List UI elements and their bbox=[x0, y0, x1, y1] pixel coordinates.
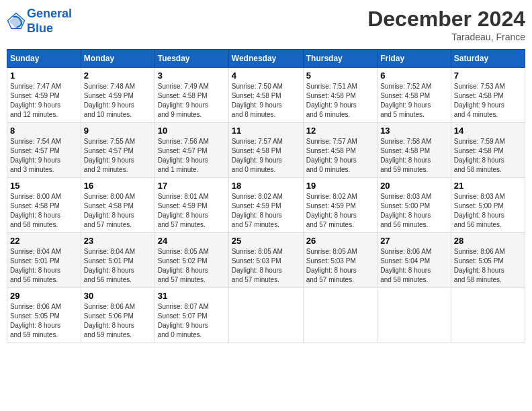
day-number: 11 bbox=[232, 126, 300, 136]
calendar-cell: 12Sunrise: 7:57 AM Sunset: 4:58 PM Dayli… bbox=[303, 123, 377, 178]
col-header-saturday: Saturday bbox=[451, 50, 525, 68]
calendar-cell: 20Sunrise: 8:03 AM Sunset: 5:00 PM Dayli… bbox=[378, 178, 451, 233]
day-number: 14 bbox=[454, 126, 522, 136]
calendar-cell: 24Sunrise: 8:05 AM Sunset: 5:02 PM Dayli… bbox=[154, 233, 228, 288]
logo: General Blue bbox=[7, 7, 72, 36]
calendar-cell: 10Sunrise: 7:56 AM Sunset: 4:57 PM Dayli… bbox=[154, 123, 228, 178]
month-title: December 2024 bbox=[367, 7, 525, 32]
cell-details: Sunrise: 8:06 AM Sunset: 5:04 PM Dayligh… bbox=[380, 247, 448, 285]
day-number: 22 bbox=[10, 236, 78, 246]
cell-details: Sunrise: 8:06 AM Sunset: 5:05 PM Dayligh… bbox=[454, 247, 522, 285]
day-number: 20 bbox=[380, 181, 448, 191]
day-number: 18 bbox=[232, 181, 300, 191]
day-number: 25 bbox=[232, 236, 300, 246]
calendar-cell: 31Sunrise: 8:07 AM Sunset: 5:07 PM Dayli… bbox=[154, 288, 228, 343]
calendar-cell: 11Sunrise: 7:57 AM Sunset: 4:58 PM Dayli… bbox=[228, 123, 303, 178]
calendar-cell: 17Sunrise: 8:01 AM Sunset: 4:59 PM Dayli… bbox=[154, 178, 228, 233]
calendar-cell: 22Sunrise: 8:04 AM Sunset: 5:01 PM Dayli… bbox=[7, 233, 81, 288]
day-number: 19 bbox=[306, 181, 374, 191]
cell-details: Sunrise: 8:01 AM Sunset: 4:59 PM Dayligh… bbox=[158, 192, 226, 230]
cell-details: Sunrise: 7:59 AM Sunset: 4:58 PM Dayligh… bbox=[454, 137, 522, 175]
day-number: 15 bbox=[10, 181, 78, 191]
cell-details: Sunrise: 8:03 AM Sunset: 5:00 PM Dayligh… bbox=[380, 192, 448, 230]
calendar-week-row: 22Sunrise: 8:04 AM Sunset: 5:01 PM Dayli… bbox=[7, 233, 525, 288]
cell-details: Sunrise: 8:04 AM Sunset: 5:01 PM Dayligh… bbox=[84, 247, 152, 285]
cell-details: Sunrise: 8:05 AM Sunset: 5:03 PM Dayligh… bbox=[306, 247, 374, 285]
col-header-thursday: Thursday bbox=[303, 50, 377, 68]
calendar-week-row: 8Sunrise: 7:54 AM Sunset: 4:57 PM Daylig… bbox=[7, 123, 525, 178]
calendar-cell: 15Sunrise: 8:00 AM Sunset: 4:58 PM Dayli… bbox=[7, 178, 81, 233]
day-number: 26 bbox=[306, 236, 374, 246]
cell-details: Sunrise: 7:50 AM Sunset: 4:58 PM Dayligh… bbox=[232, 82, 300, 120]
day-number: 31 bbox=[158, 291, 226, 301]
cell-details: Sunrise: 8:06 AM Sunset: 5:06 PM Dayligh… bbox=[84, 302, 152, 340]
calendar-cell: 1Sunrise: 7:47 AM Sunset: 4:59 PM Daylig… bbox=[7, 68, 81, 123]
calendar-cell: 16Sunrise: 8:00 AM Sunset: 4:58 PM Dayli… bbox=[81, 178, 154, 233]
calendar-cell: 25Sunrise: 8:05 AM Sunset: 5:03 PM Dayli… bbox=[228, 233, 303, 288]
calendar-cell: 14Sunrise: 7:59 AM Sunset: 4:58 PM Dayli… bbox=[451, 123, 525, 178]
day-number: 5 bbox=[306, 71, 374, 81]
calendar-week-row: 29Sunrise: 8:06 AM Sunset: 5:05 PM Dayli… bbox=[7, 288, 525, 343]
cell-details: Sunrise: 7:48 AM Sunset: 4:59 PM Dayligh… bbox=[84, 82, 152, 120]
page-header: General Blue December 2024 Taradeau, Fra… bbox=[7, 7, 525, 42]
day-number: 21 bbox=[454, 181, 522, 191]
day-number: 27 bbox=[380, 236, 448, 246]
calendar-cell: 9Sunrise: 7:55 AM Sunset: 4:57 PM Daylig… bbox=[81, 123, 154, 178]
calendar-cell: 6Sunrise: 7:52 AM Sunset: 4:58 PM Daylig… bbox=[378, 68, 451, 123]
calendar-header-row: SundayMondayTuesdayWednesdayThursdayFrid… bbox=[7, 50, 525, 68]
day-number: 23 bbox=[84, 236, 152, 246]
calendar-cell: 26Sunrise: 8:05 AM Sunset: 5:03 PM Dayli… bbox=[303, 233, 377, 288]
calendar-cell: 23Sunrise: 8:04 AM Sunset: 5:01 PM Dayli… bbox=[81, 233, 154, 288]
col-header-wednesday: Wednesday bbox=[228, 50, 303, 68]
cell-details: Sunrise: 8:00 AM Sunset: 4:58 PM Dayligh… bbox=[10, 192, 78, 230]
calendar-week-row: 1Sunrise: 7:47 AM Sunset: 4:59 PM Daylig… bbox=[7, 68, 525, 123]
calendar-cell: 7Sunrise: 7:53 AM Sunset: 4:58 PM Daylig… bbox=[451, 68, 525, 123]
day-number: 4 bbox=[232, 71, 300, 81]
day-number: 9 bbox=[84, 126, 152, 136]
day-number: 29 bbox=[10, 291, 78, 301]
col-header-friday: Friday bbox=[378, 50, 451, 68]
day-number: 6 bbox=[380, 71, 448, 81]
day-number: 10 bbox=[158, 126, 226, 136]
day-number: 12 bbox=[306, 126, 374, 136]
day-number: 17 bbox=[158, 181, 226, 191]
calendar-cell bbox=[228, 288, 303, 343]
cell-details: Sunrise: 7:54 AM Sunset: 4:57 PM Dayligh… bbox=[10, 137, 78, 175]
calendar-cell: 8Sunrise: 7:54 AM Sunset: 4:57 PM Daylig… bbox=[7, 123, 81, 178]
cell-details: Sunrise: 8:05 AM Sunset: 5:02 PM Dayligh… bbox=[158, 247, 226, 285]
logo-general: General bbox=[27, 7, 72, 20]
cell-details: Sunrise: 8:00 AM Sunset: 4:58 PM Dayligh… bbox=[84, 192, 152, 230]
calendar-week-row: 15Sunrise: 8:00 AM Sunset: 4:58 PM Dayli… bbox=[7, 178, 525, 233]
calendar-cell bbox=[378, 288, 451, 343]
cell-details: Sunrise: 8:06 AM Sunset: 5:05 PM Dayligh… bbox=[10, 302, 78, 340]
cell-details: Sunrise: 8:02 AM Sunset: 4:59 PM Dayligh… bbox=[306, 192, 374, 230]
calendar-cell: 5Sunrise: 7:51 AM Sunset: 4:58 PM Daylig… bbox=[303, 68, 377, 123]
calendar-cell: 21Sunrise: 8:03 AM Sunset: 5:00 PM Dayli… bbox=[451, 178, 525, 233]
day-number: 1 bbox=[10, 71, 78, 81]
calendar-cell: 18Sunrise: 8:02 AM Sunset: 4:59 PM Dayli… bbox=[228, 178, 303, 233]
cell-details: Sunrise: 8:03 AM Sunset: 5:00 PM Dayligh… bbox=[454, 192, 522, 230]
day-number: 8 bbox=[10, 126, 78, 136]
calendar-cell bbox=[303, 288, 377, 343]
calendar-cell: 19Sunrise: 8:02 AM Sunset: 4:59 PM Dayli… bbox=[303, 178, 377, 233]
calendar-cell bbox=[451, 288, 525, 343]
logo-icon bbox=[7, 12, 26, 31]
cell-details: Sunrise: 8:07 AM Sunset: 5:07 PM Dayligh… bbox=[158, 302, 226, 340]
cell-details: Sunrise: 7:47 AM Sunset: 4:59 PM Dayligh… bbox=[10, 82, 78, 120]
cell-details: Sunrise: 7:52 AM Sunset: 4:58 PM Dayligh… bbox=[380, 82, 448, 120]
day-number: 3 bbox=[158, 71, 226, 81]
title-block: December 2024 Taradeau, France bbox=[367, 7, 525, 42]
day-number: 24 bbox=[158, 236, 226, 246]
location: Taradeau, France bbox=[367, 32, 525, 42]
calendar-cell: 30Sunrise: 8:06 AM Sunset: 5:06 PM Dayli… bbox=[81, 288, 154, 343]
calendar-cell: 2Sunrise: 7:48 AM Sunset: 4:59 PM Daylig… bbox=[81, 68, 154, 123]
cell-details: Sunrise: 7:55 AM Sunset: 4:57 PM Dayligh… bbox=[84, 137, 152, 175]
cell-details: Sunrise: 7:49 AM Sunset: 4:58 PM Dayligh… bbox=[158, 82, 226, 120]
day-number: 30 bbox=[84, 291, 152, 301]
day-number: 2 bbox=[84, 71, 152, 81]
calendar-table: SundayMondayTuesdayWednesdayThursdayFrid… bbox=[7, 49, 525, 343]
day-number: 28 bbox=[454, 236, 522, 246]
calendar-cell: 3Sunrise: 7:49 AM Sunset: 4:58 PM Daylig… bbox=[154, 68, 228, 123]
calendar-cell: 13Sunrise: 7:58 AM Sunset: 4:58 PM Dayli… bbox=[378, 123, 451, 178]
calendar-cell: 28Sunrise: 8:06 AM Sunset: 5:05 PM Dayli… bbox=[451, 233, 525, 288]
